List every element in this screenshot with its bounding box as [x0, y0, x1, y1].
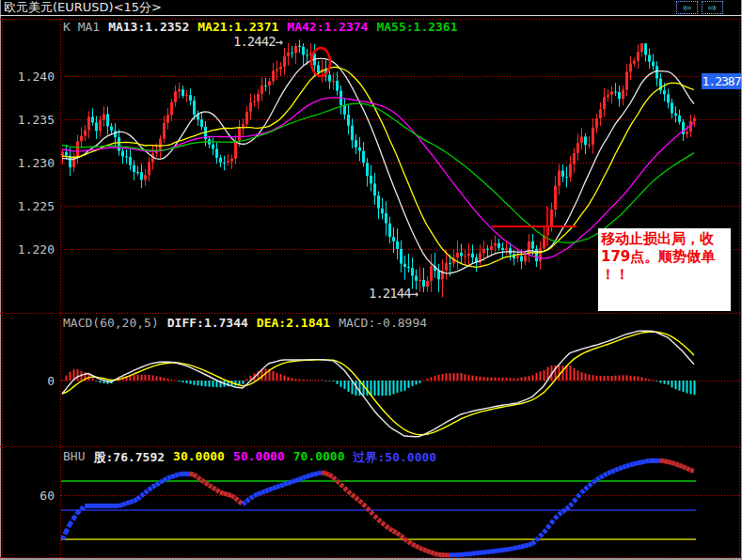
border-left [2, 19, 3, 558]
main-macd-divider [0, 313, 742, 314]
legend-macd-params: MACD(60,20,5) [63, 316, 159, 330]
legend-bhu-30: 30.0000 [173, 449, 225, 466]
legend-bhu-value: 股:76.7592 [93, 449, 165, 466]
high-price-annotation: 1.2442→ [233, 34, 282, 49]
y-axis-label: 1.235 [0, 113, 55, 127]
panel-border-bottom [0, 557, 742, 558]
axis-divider [60, 19, 61, 558]
legend-bhu-50: 50.0000 [233, 449, 285, 466]
title-bar: 欧元美元(EURUSD)<15分> [0, 0, 742, 15]
legend-bhu-70: 70.0000 [293, 449, 345, 466]
left-arrow-icon: ⇦ [683, 2, 691, 13]
legend-bhu: BHU [63, 449, 85, 466]
current-price-tag: 1.2387 [702, 73, 741, 89]
legend-dea: DEA:2.1841 [257, 316, 330, 330]
macd-bhu-divider [0, 446, 742, 447]
legend-ma21: MA21:1.2371 [197, 20, 278, 34]
trade-note-line: ！！ [601, 266, 731, 284]
trade-note-box: 移动止损出局，收 179点。顺势做单 ！！ [598, 228, 731, 311]
scroll-right-button[interactable]: ⇨ [702, 1, 723, 14]
macd-indicator-legend: MACD(60,20,5) DIFF:1.7344 DEA:2.1841 MAC… [63, 316, 427, 330]
bhu-indicator-legend: BHU 股:76.7592 30.0000 50.0000 70.0000 过界… [63, 449, 436, 466]
main-indicator-legend: K MA1 MA13:1.2352 MA21:1.2371 MA42:1.237… [63, 20, 458, 34]
legend-diff: DIFF:1.7344 [167, 316, 248, 330]
right-arrow-icon: ⇨ [708, 2, 717, 13]
trade-note-line: 移动止损出局，收 [601, 230, 731, 248]
legend-macd-value: MACD:-0.8994 [339, 316, 427, 330]
scroll-left-button[interactable]: ⇦ [676, 1, 698, 14]
window-title: 欧元美元(EURUSD)<15分> [4, 0, 162, 14]
bhu-60-label: 60 [0, 489, 55, 503]
title-divider [0, 15, 742, 16]
macd-zero-label: 0 [0, 374, 55, 388]
low-price-annotation: 1.2144→ [369, 286, 418, 301]
legend-bhu-cross: 过界:50.0000 [354, 449, 437, 466]
window-edge-left [0, 0, 1, 560]
y-axis-label: 1.225 [0, 199, 55, 213]
y-axis-label: 1.230 [0, 156, 55, 170]
legend-ma55: MA55:1.2361 [376, 20, 457, 34]
legend-ma42: MA42:1.2374 [287, 20, 368, 34]
border-right [739, 19, 740, 558]
legend-k-ma1: K MA1 [63, 20, 100, 34]
y-axis-label: 1.240 [0, 70, 55, 84]
legend-ma13: MA13:1.2352 [108, 20, 189, 34]
y-axis-label: 1.220 [0, 242, 55, 257]
trading-app-window: 欧元美元(EURUSD)<15分> ⇦ ⇨ K MA1 MA13:1.2352 … [0, 0, 742, 560]
trade-note-line: 179点。顺势做单 [601, 248, 731, 266]
